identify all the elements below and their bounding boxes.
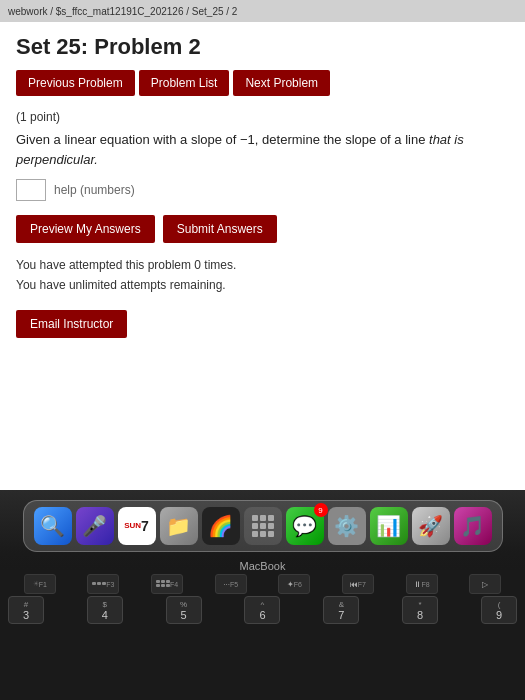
key-8[interactable]: * 8 bbox=[402, 596, 438, 624]
key-3-top: # bbox=[24, 600, 28, 609]
preview-answers-button[interactable]: Preview My Answers bbox=[16, 215, 155, 243]
next-problem-button[interactable]: Next Problem bbox=[233, 70, 330, 96]
key-f5[interactable]: ✦ F6 bbox=[278, 574, 310, 594]
key-3[interactable]: # 3 bbox=[8, 596, 44, 624]
key-f7[interactable]: ⏸ F8 bbox=[406, 574, 438, 594]
key-3-bottom: 3 bbox=[23, 609, 29, 621]
mac-bottom-area: 🔍 🎤 SUN 7 📁 🌈 9 bbox=[0, 490, 525, 700]
point-label: (1 point) bbox=[16, 110, 509, 124]
key-f4[interactable]: ··· F5 bbox=[215, 574, 247, 594]
attempt-line2: You have unlimited attempts remaining. bbox=[16, 275, 509, 295]
key-8-top: * bbox=[419, 600, 422, 609]
page-title: Set 25: Problem 2 bbox=[16, 34, 509, 60]
key-7[interactable]: & 7 bbox=[323, 596, 359, 624]
help-link[interactable]: help (numbers) bbox=[54, 183, 135, 197]
answer-row: help (numbers) bbox=[16, 179, 509, 201]
key-4-bottom: 4 bbox=[102, 609, 108, 621]
key-4[interactable]: $ 4 bbox=[87, 596, 123, 624]
key-4-top: $ bbox=[103, 600, 107, 609]
answer-input[interactable] bbox=[16, 179, 46, 201]
key-f3[interactable]: F4 bbox=[151, 574, 183, 594]
problem-text-part2: , determine the slope of a line bbox=[255, 132, 429, 147]
key-7-bottom: 7 bbox=[338, 609, 344, 621]
problem-list-button[interactable]: Problem List bbox=[139, 70, 230, 96]
num-key-row: # 3 $ 4 % 5 ^ 6 & 7 * 8 bbox=[8, 596, 517, 624]
problem-text-part1: Given a linear equation with a slope of bbox=[16, 132, 240, 147]
key-f2[interactable]: F3 bbox=[87, 574, 119, 594]
key-7-top: & bbox=[339, 600, 344, 609]
dock-music-icon[interactable]: 🎵 bbox=[454, 507, 492, 545]
submit-answers-button[interactable]: Submit Answers bbox=[163, 215, 277, 243]
key-6-bottom: 6 bbox=[259, 609, 265, 621]
dock-apps-icon[interactable] bbox=[244, 507, 282, 545]
key-8-bottom: 8 bbox=[417, 609, 423, 621]
dock-photos-icon[interactable]: 🌈 bbox=[202, 507, 240, 545]
dock-calendar-icon[interactable]: SUN 7 bbox=[118, 507, 156, 545]
key-f1[interactable]: ☀ F1 bbox=[24, 574, 56, 594]
dock-messages-icon[interactable]: 9 💬 bbox=[286, 507, 324, 545]
problem-section: (1 point) Given a linear equation with a… bbox=[16, 110, 509, 201]
browser-bar: webwork / $s_ffcc_mat12191C_202126 / Set… bbox=[0, 0, 525, 22]
page-content: Set 25: Problem 2 Previous Problem Probl… bbox=[0, 22, 525, 490]
key-f8[interactable]: ▷ bbox=[469, 574, 501, 594]
key-5-top: % bbox=[180, 600, 187, 609]
browser-url: webwork / $s_ffcc_mat12191C_202126 / Set… bbox=[8, 6, 237, 17]
attempt-info: You have attempted this problem 0 times.… bbox=[16, 255, 509, 296]
attempt-line1: You have attempted this problem 0 times. bbox=[16, 255, 509, 275]
key-6[interactable]: ^ 6 bbox=[244, 596, 280, 624]
key-f6[interactable]: ⏮ F7 bbox=[342, 574, 374, 594]
key-6-top: ^ bbox=[261, 600, 265, 609]
dock-sysprefs-icon[interactable]: ⚙️ bbox=[328, 507, 366, 545]
dock-launchpad-icon[interactable]: 🚀 bbox=[412, 507, 450, 545]
dock-numbers-icon[interactable]: 📊 bbox=[370, 507, 408, 545]
dock-finder-icon[interactable]: 🔍 bbox=[34, 507, 72, 545]
keyboard: ☀ F1 F3 F4 bbox=[0, 570, 525, 700]
problem-text: Given a linear equation with a slope of … bbox=[16, 130, 509, 169]
nav-buttons: Previous Problem Problem List Next Probl… bbox=[16, 70, 509, 96]
key-5-bottom: 5 bbox=[181, 609, 187, 621]
key-5[interactable]: % 5 bbox=[166, 596, 202, 624]
action-buttons: Preview My Answers Submit Answers bbox=[16, 215, 509, 243]
previous-problem-button[interactable]: Previous Problem bbox=[16, 70, 135, 96]
email-instructor-button[interactable]: Email Instructor bbox=[16, 310, 127, 338]
dock-siri-icon[interactable]: 🎤 bbox=[76, 507, 114, 545]
dock-files-icon[interactable]: 📁 bbox=[160, 507, 198, 545]
slope-value: −1 bbox=[240, 132, 255, 147]
key-9-top: ( bbox=[498, 600, 501, 609]
fn-key-row: ☀ F1 F3 F4 bbox=[8, 574, 517, 594]
key-9-bottom: 9 bbox=[496, 609, 502, 621]
dock: 🔍 🎤 SUN 7 📁 🌈 9 bbox=[23, 500, 503, 552]
key-9[interactable]: ( 9 bbox=[481, 596, 517, 624]
